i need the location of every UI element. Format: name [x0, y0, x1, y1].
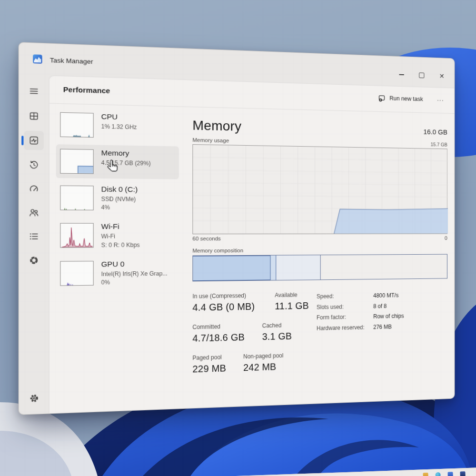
sidebar-item-processes[interactable] [24, 107, 44, 126]
close-button[interactable]: ✕ [432, 68, 452, 84]
window-title: Task Manager [50, 57, 93, 66]
stat-cached: Cached 3.1 GB [262, 322, 292, 342]
services-icon [29, 255, 39, 265]
composition-in-use-segment [193, 256, 271, 281]
spec-hardware-reserved: Hardware reserved:276 MB [317, 321, 404, 334]
task-manager-logo-icon [32, 54, 43, 64]
settings-button[interactable] [24, 388, 44, 408]
details-icon [29, 231, 39, 241]
task-manager-window: Task Manager ✕ [19, 42, 455, 415]
cpu-mini-chart [60, 112, 93, 138]
time-axis-left: 60 seconds [192, 236, 220, 241]
sidebar-item-app-history[interactable] [24, 155, 44, 174]
stat-non-paged-pool: Non-paged pool 242 MB [243, 352, 283, 373]
memory-detail-panel: Memory 16.0 GB Memory usage 15.7 GB [192, 118, 447, 384]
perf-item-gpu[interactable]: GPU 0 Intel(R) Iris(R) Xe Grap... 0% [56, 256, 179, 292]
composition-modified-segment [271, 256, 276, 280]
maximize-icon [419, 72, 424, 78]
taskbar-app-blue-icon[interactable] [447, 472, 453, 476]
perf-item-wifi[interactable]: Wi-Fi Wi-Fi S: 0 R: 0 Kbps [56, 219, 179, 254]
memory-usage-chart [192, 144, 447, 234]
performance-icon [29, 135, 39, 145]
more-options-button[interactable]: ··· [433, 93, 448, 106]
sidebar-item-startup-apps[interactable] [24, 179, 44, 198]
memory-capacity: 16.0 GB [423, 128, 447, 138]
detail-title: Memory [192, 118, 241, 134]
users-icon [29, 208, 39, 218]
wifi-mini-chart [60, 223, 93, 248]
page-title: Performance [63, 85, 110, 95]
taskbar-folder-icon[interactable] [423, 473, 428, 476]
performance-list: CPU 1% 1.32 GHz Memory 4.5/15.7 GB (29%) [56, 108, 179, 291]
close-icon: ✕ [439, 73, 445, 79]
stat-available: Available 11.1 GB [275, 291, 309, 312]
processes-icon [29, 111, 39, 121]
minimize-icon [399, 74, 404, 75]
run-new-task-button[interactable]: Run new task [373, 91, 428, 106]
memory-stats: In use (Compressed) 4.4 GB (0 MB) Availa… [192, 289, 447, 384]
maximize-button[interactable] [412, 67, 432, 83]
composition-standby-segment [276, 255, 321, 280]
hand-cursor [106, 159, 119, 174]
run-new-task-icon [378, 94, 386, 102]
stat-committed: Committed 4.7/18.6 GB [192, 323, 245, 344]
disk-mini-chart [60, 186, 93, 210]
content-card: Performance Run new task ··· [49, 75, 455, 413]
taskbar-app-navy-icon[interactable] [460, 471, 465, 476]
time-axis-right: 0 [445, 235, 447, 241]
run-new-task-label: Run new task [389, 95, 423, 103]
taskbar-edge-icon[interactable] [435, 472, 440, 476]
spec-form-factor: Form factor:Row of chips [317, 311, 404, 323]
perf-item-cpu[interactable]: CPU 1% 1.32 GHz [56, 108, 179, 143]
spec-speed: Speed:4800 MT/s [317, 290, 404, 302]
sidebar-item-performance[interactable] [24, 131, 44, 150]
stat-in-use: In use (Compressed) 4.4 GB (0 MB) [192, 292, 255, 313]
sidebar-item-services[interactable] [24, 251, 44, 270]
selected-accent-pill [21, 136, 23, 145]
composition-label: Memory composition [192, 247, 447, 253]
navigation-rail [19, 73, 49, 415]
usage-label: Memory usage [192, 137, 229, 144]
memory-composition-bar [192, 254, 447, 282]
sidebar-item-users[interactable] [24, 203, 44, 222]
memory-specs: Speed:4800 MT/s Slots used:8 of 8 Form f… [317, 290, 404, 334]
stat-paged-pool: Paged pool 229 MB [192, 354, 226, 375]
composition-free-segment [321, 255, 447, 280]
minimize-button[interactable] [391, 67, 412, 83]
app-history-icon [29, 160, 39, 170]
usage-max-label: 15.7 GB [431, 141, 447, 147]
startup-apps-icon [29, 184, 39, 194]
gpu-mini-chart [60, 261, 93, 286]
gear-icon [29, 393, 40, 404]
perf-item-disk[interactable]: Disk 0 (C:) SSD (NVMe) 4% [56, 181, 179, 216]
hamburger-icon [29, 86, 39, 96]
memory-mini-chart [60, 149, 93, 174]
sidebar-item-details[interactable] [24, 227, 44, 246]
menu-button[interactable] [24, 81, 44, 101]
